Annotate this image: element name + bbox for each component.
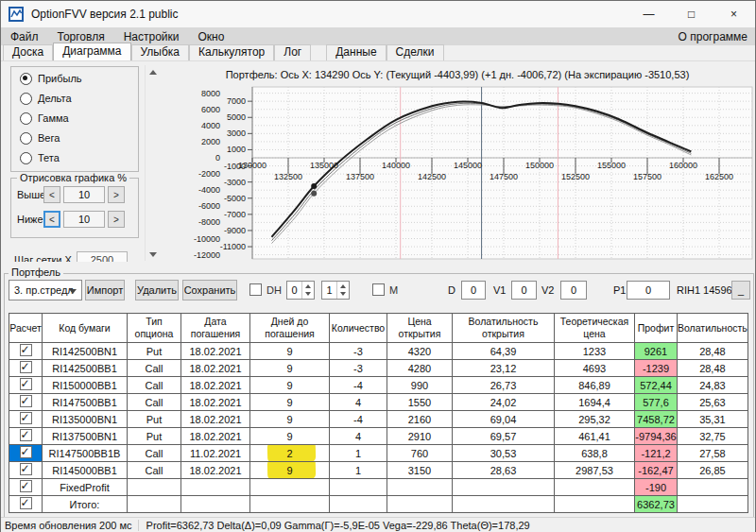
cell-type[interactable]: Put [128, 343, 181, 360]
cell-type[interactable]: Put [128, 411, 181, 428]
cell-open-vol[interactable]: 69,04 [453, 411, 555, 428]
cell-code[interactable]: RI142500BB1 [43, 360, 128, 377]
radio-pribyl[interactable]: Прибыль [20, 70, 138, 87]
cell-volatility[interactable]: 28,48 [678, 360, 748, 377]
cell-volatility[interactable]: 25,63 [678, 394, 748, 411]
minimize-icon[interactable]: — [627, 1, 670, 27]
cell-qty[interactable]: -3 [330, 343, 387, 360]
cell-type[interactable]: Call [128, 462, 181, 479]
cell-profit[interactable]: 9261 [635, 343, 678, 360]
cell-qty[interactable]: 4 [330, 428, 387, 445]
cell-volatility[interactable]: 32,75 [678, 428, 748, 445]
cell-volatility[interactable]: 27,58 [678, 445, 748, 462]
cell-date[interactable]: 18.02.2021 [181, 394, 250, 411]
cell-days[interactable]: 9 [250, 343, 330, 360]
profit-chart[interactable]: 80006000400020000-2000-4000-6000-8000-10… [160, 83, 755, 266]
cell-code[interactable]: RI137500BN1 [43, 428, 128, 445]
cell-theo-price[interactable]: 1233 [555, 343, 635, 360]
v2-field[interactable]: 0 [560, 281, 587, 300]
profit-chart-svg[interactable]: 80006000400020000-2000-4000-6000-8000-10… [160, 83, 755, 265]
cell-days[interactable]: 9 [250, 411, 330, 428]
row-checkbox[interactable] [20, 395, 32, 407]
cell-open-vol[interactable]: 64,39 [453, 343, 555, 360]
cell-open-vol[interactable]: 28,63 [453, 462, 555, 479]
draw-below-dec-button[interactable]: < [43, 211, 60, 228]
cell-days[interactable] [250, 479, 330, 496]
cell-volatility[interactable]: 28,48 [678, 343, 748, 360]
cell-open-vol[interactable]: 30,53 [453, 445, 555, 462]
cell-date[interactable]: 18.02.2021 [181, 343, 250, 360]
save-button[interactable]: Сохранить [182, 280, 237, 300]
cell-raschet[interactable] [9, 445, 43, 462]
draw-below-inc-button[interactable]: > [108, 211, 125, 228]
scroll-up-icon[interactable] [146, 65, 159, 78]
cell-qty[interactable]: 1 [330, 462, 387, 479]
cell-open-vol[interactable] [453, 479, 555, 496]
cell-open-price[interactable]: 4320 [387, 343, 453, 360]
cell-theo-price[interactable]: 4693 [555, 360, 635, 377]
cell-type[interactable] [128, 479, 181, 496]
cell-open-price[interactable]: 760 [387, 445, 453, 462]
row-checkbox[interactable] [20, 429, 32, 441]
cell-raschet[interactable] [9, 394, 43, 411]
collapse-button[interactable]: _ [731, 281, 750, 300]
cell-theo-price[interactable]: 461,41 [555, 428, 635, 445]
row-checkbox[interactable] [20, 344, 32, 356]
tab-doska[interactable]: Доска [3, 44, 53, 60]
m-checkbox-box[interactable] [372, 283, 385, 296]
cell-raschet[interactable] [9, 377, 43, 394]
radio-gamma[interactable]: Гамма [20, 110, 138, 127]
cell-type[interactable]: Call [128, 360, 181, 377]
cell-type[interactable]: Call [128, 445, 181, 462]
cell-profit[interactable]: -1239 [635, 360, 678, 377]
cell-days[interactable]: 9 [250, 428, 330, 445]
cell-open-price[interactable]: 1550 [387, 394, 453, 411]
cell-days[interactable]: 9 [250, 462, 330, 479]
cell-days[interactable]: 9 [250, 360, 330, 377]
menu-item-window[interactable]: Окно [189, 27, 234, 45]
m-checkbox[interactable]: М [372, 283, 398, 296]
cell-open-price[interactable] [387, 496, 453, 513]
radio-vega[interactable]: Вега [20, 129, 138, 146]
p1-field[interactable]: 0 [627, 281, 670, 300]
cell-profit[interactable]: -190 [635, 479, 678, 496]
cell-days[interactable] [250, 496, 330, 513]
cell-volatility[interactable]: 24,83 [678, 377, 748, 394]
cell-theo-price[interactable]: 2987,53 [555, 462, 635, 479]
cell-qty[interactable]: 4 [330, 394, 387, 411]
scroll-down-icon[interactable] [146, 248, 159, 261]
cell-volatility[interactable]: 26,85 [678, 462, 748, 479]
cell-code[interactable]: RI145000BB1 [43, 462, 128, 479]
tab-log[interactable]: Лог [274, 44, 311, 60]
tab-sdelki[interactable]: Сделки [387, 44, 444, 60]
cell-raschet[interactable] [9, 343, 43, 360]
cell-raschet[interactable] [9, 496, 43, 513]
cell-date[interactable] [181, 496, 250, 513]
draw-above-inc-button[interactable]: > [108, 186, 125, 203]
cell-type[interactable]: Call [128, 394, 181, 411]
draw-below-value[interactable]: 10 [63, 211, 105, 228]
cell-open-vol[interactable]: 69,57 [453, 428, 555, 445]
v1-field[interactable]: 0 [511, 281, 537, 300]
cell-type[interactable] [128, 496, 181, 513]
cell-theo-price[interactable] [555, 496, 635, 513]
spinner-arrows-icon[interactable] [301, 282, 314, 299]
cell-open-price[interactable]: 2910 [387, 428, 453, 445]
cell-qty[interactable] [330, 479, 387, 496]
row-checkbox[interactable] [20, 412, 32, 424]
portfolio-select[interactable]: 3. пр.стредл [9, 280, 82, 300]
tab-dannye[interactable]: Данные [326, 44, 386, 60]
cell-date[interactable]: 18.02.2021 [181, 411, 250, 428]
cell-open-price[interactable]: 4280 [387, 360, 453, 377]
tab-kalkulyator[interactable]: Калькулятор [189, 44, 274, 60]
cell-profit[interactable]: 6362,73 [635, 496, 678, 513]
cell-code[interactable]: RI147500BB1B [43, 445, 128, 462]
cell-open-vol[interactable] [453, 496, 555, 513]
cell-qty[interactable]: -3 [330, 360, 387, 377]
cell-date[interactable]: 18.02.2021 [181, 360, 250, 377]
cell-profit[interactable]: 572,44 [635, 377, 678, 394]
row-checkbox[interactable] [20, 463, 32, 475]
left-panel-scrollbar[interactable] [145, 65, 160, 261]
cell-theo-price[interactable]: 295,32 [555, 411, 635, 428]
cell-open-price[interactable]: 2160 [387, 411, 453, 428]
